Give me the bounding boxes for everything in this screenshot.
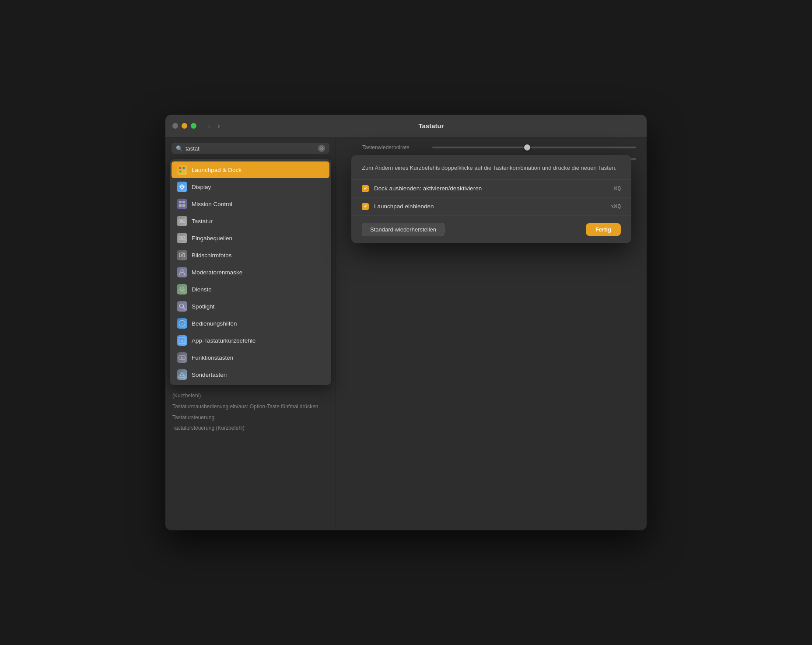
svg-rect-14	[179, 219, 185, 223]
menu-item-tastatur[interactable]: Tastatur	[172, 213, 329, 229]
svg-rect-20	[180, 237, 181, 238]
menu-item-display[interactable]: Display	[172, 179, 329, 195]
svg-rect-10	[179, 201, 182, 203]
menu-item-label-eingabe: Eingabequellen	[192, 235, 232, 242]
sidebar-bottom: (Kurzbefehl) Tastaturmausbedienung ein/a…	[165, 385, 336, 530]
svg-rect-13	[182, 204, 185, 207]
eingabe-icon	[177, 233, 187, 243]
svg-rect-21	[181, 237, 182, 238]
menu-item-label-app: App-Tastaturkurzbefehle	[192, 337, 256, 344]
search-wrapper: 🔍 ✕	[172, 143, 329, 154]
svg-point-30	[181, 288, 183, 291]
menu-item-label-mission: Mission Control	[192, 201, 232, 207]
svg-rect-28	[183, 253, 184, 254]
back-button[interactable]: ‹	[205, 120, 213, 131]
shortcut-checkbox-launchpad[interactable]: ✓	[362, 203, 369, 210]
funktion-icon: fn	[177, 352, 187, 363]
shortcut-keys-launchpad: ⌥⌘Q	[611, 203, 621, 210]
svg-rect-15	[180, 220, 181, 221]
modal-footer: Standard wiederherstellen Fertig	[351, 216, 631, 243]
svg-point-5	[182, 186, 183, 188]
menu-item-moderator[interactable]: Moderatorenmaske	[172, 264, 329, 280]
mission-control-icon	[177, 199, 187, 209]
menu-item-eingabe[interactable]: Eingabequellen	[172, 230, 329, 246]
search-clear-button[interactable]: ✕	[318, 145, 325, 152]
svg-rect-16	[181, 220, 182, 221]
menu-item-launchpad[interactable]: Launchpad & Dock	[172, 161, 329, 178]
svg-rect-18	[180, 221, 184, 222]
menu-item-label-funktion: Funktionstasten	[192, 354, 233, 361]
modal-description: Zum Ändern eines Kurzbefehls doppelklick…	[351, 155, 631, 180]
shortcut-keys-dock: ⌘Q	[614, 185, 621, 192]
menu-item-sonder[interactable]: Sondertasten	[172, 366, 329, 383]
bedienung-icon: i	[177, 318, 187, 329]
svg-line-32	[183, 308, 185, 309]
menu-item-spotlight[interactable]: Spotlight	[172, 298, 329, 315]
menu-item-label-bildschirm: Bildschirmfotos	[192, 252, 232, 259]
sonder-icon	[177, 369, 187, 380]
svg-point-1	[183, 167, 185, 169]
svg-rect-19	[179, 236, 185, 240]
nav-buttons: ‹ ›	[205, 120, 223, 131]
sidebar: 🔍 ✕ Launchpad & Dock Display	[165, 137, 336, 530]
menu-item-bedienung[interactable]: i Bedienungshilfen	[172, 315, 329, 332]
tastatur-icon	[177, 216, 187, 226]
menu-item-label-tastatur: Tastatur	[192, 218, 213, 224]
bildschirm-icon	[177, 250, 187, 260]
maximize-button[interactable]	[191, 123, 196, 129]
svg-point-29	[181, 270, 183, 272]
menu-item-funktion[interactable]: fn Funktionstasten	[172, 349, 329, 366]
content-area: Tastenwiederholrate Ansprechverzögerung …	[336, 137, 647, 530]
dropdown-menu: Launchpad & Dock Display Mission Control	[170, 159, 331, 385]
spotlight-icon	[177, 301, 187, 312]
sidebar-text-kurzbefehl: (Kurzbefehl)	[172, 390, 329, 401]
minimize-button[interactable]	[182, 123, 187, 129]
title-bar: ‹ › Tastatur	[165, 115, 647, 137]
menu-item-app[interactable]: A App-Tastaturkurzbefehle	[172, 332, 329, 349]
svg-text:fn: fn	[181, 356, 184, 359]
menu-item-label-moderator: Moderatorenmaske	[192, 269, 242, 276]
svg-text:i: i	[182, 322, 183, 326]
menu-item-label-display: Display	[192, 184, 211, 190]
svg-point-2	[179, 171, 182, 173]
menu-item-bildschirm[interactable]: Bildschirmfotos	[172, 247, 329, 263]
traffic-lights	[172, 123, 196, 129]
shortcut-checkbox-dock[interactable]: ✓	[362, 185, 369, 192]
shortcut-row-dock: ✓ Dock ausblenden: aktivieren/deaktivier…	[351, 180, 631, 198]
sidebar-text-steuerung: Tastatursteuerung	[172, 412, 329, 423]
sidebar-text-steuerung-kurz: Tastatursteuerung (Kurzbefehl)	[172, 423, 329, 434]
done-button[interactable]: Fertig	[586, 223, 621, 236]
svg-rect-23	[184, 237, 185, 238]
svg-point-27	[182, 255, 182, 256]
svg-rect-12	[179, 204, 182, 207]
menu-item-mission[interactable]: Mission Control	[172, 196, 329, 212]
forward-button[interactable]: ›	[215, 120, 223, 131]
search-bar: 🔍 ✕	[165, 137, 336, 159]
main-window: ‹ › Tastatur 🔍 ✕ Launchpa	[165, 115, 647, 530]
svg-rect-22	[182, 237, 183, 238]
menu-item-label-dienste: Dienste	[192, 286, 212, 293]
modal-overlay: Zum Ändern eines Kurzbefehls doppelklick…	[336, 137, 647, 530]
close-button[interactable]	[172, 123, 178, 129]
svg-rect-11	[182, 201, 185, 203]
dienste-icon	[177, 284, 187, 294]
svg-point-0	[179, 167, 182, 169]
sidebar-text-tastaturbedienung: Tastaturmausbedienung ein/aus: Option-Ta…	[172, 401, 329, 412]
reset-button[interactable]: Standard wiederherstellen	[362, 223, 444, 236]
menu-item-label-launchpad: Launchpad & Dock	[192, 167, 242, 173]
checkmark-dock: ✓	[364, 186, 368, 191]
menu-item-label-sonder: Sondertasten	[192, 372, 227, 378]
shortcut-label-launchpad: Launchpad einblenden	[374, 203, 606, 210]
svg-text:A: A	[181, 339, 184, 343]
search-icon: 🔍	[176, 145, 183, 152]
svg-rect-39	[179, 376, 185, 378]
modal-dialog: Zum Ändern eines Kurzbefehls doppelklick…	[351, 155, 631, 243]
shortcut-label-dock: Dock ausblenden: aktivieren/deaktivieren	[374, 185, 609, 192]
main-layout: 🔍 ✕ Launchpad & Dock Display	[165, 137, 647, 530]
search-input[interactable]	[186, 145, 315, 152]
window-title: Tastatur	[223, 122, 640, 130]
shortcut-row-launchpad: ✓ Launchpad einblenden ⌥⌘Q	[351, 198, 631, 216]
menu-item-label-spotlight: Spotlight	[192, 303, 215, 310]
menu-item-dienste[interactable]: Dienste	[172, 281, 329, 298]
launchpad-icon	[177, 165, 187, 175]
